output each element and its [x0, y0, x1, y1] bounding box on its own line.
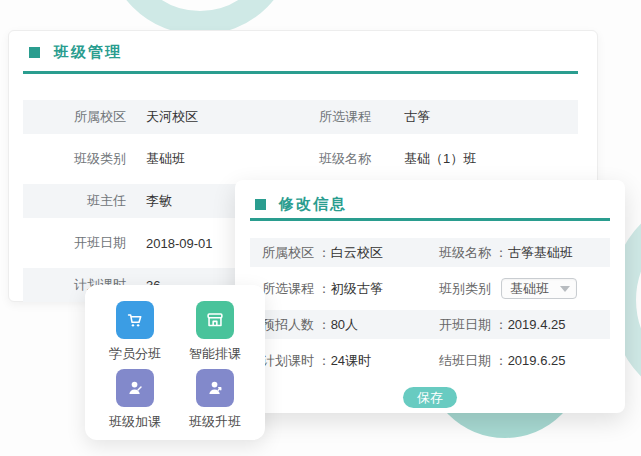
person-up-icon [196, 369, 234, 407]
dialog-title: 修改信息 [279, 195, 347, 214]
edit-rows: 所属校区 ： 白云校区 班级名称 ： 古筝基础班 所选课程 ： 初级古筝 班别类… [250, 238, 610, 375]
field-value: 白云校区 [331, 244, 383, 262]
select-value: 基础班 [510, 280, 549, 298]
info-row-category: 班级类别 基础班 班级名称 基础（1）班 [23, 142, 578, 176]
title-underline [250, 218, 610, 221]
field-value: 天河校区 [126, 108, 319, 126]
store-icon [196, 301, 234, 339]
title-bullet-icon [255, 199, 266, 210]
edit-row-hours-enddate: 计划课时 ： 24课时 结班日期 ： 2019.6.25 [250, 346, 610, 375]
field-label: 所属校区 ： [262, 244, 331, 262]
field-label: 所选课程 ： [262, 280, 331, 298]
title-underline [23, 71, 578, 74]
field-label: 班级类别 [23, 150, 126, 168]
action-label: 学员分班 [109, 345, 161, 363]
edit-info-dialog: 修改信息 所属校区 ： 白云校区 班级名称 ： 古筝基础班 所选课程 ： 初级古… [235, 180, 625, 413]
action-class-promote[interactable]: 班级升班 [175, 369, 255, 431]
field-label: 班级名称 [319, 150, 404, 168]
field-label: 计划课时 ： [262, 352, 331, 370]
title-bullet-icon [29, 47, 40, 58]
field-value: 基础班 [126, 150, 319, 168]
edit-row-course-category: 所选课程 ： 初级古筝 班别类别 基础班 [250, 274, 610, 303]
quick-actions-panel: 学员分班 智能排课 班级加课 [85, 285, 265, 440]
chevron-down-icon [560, 286, 570, 292]
field-label: 开班日期 ： [439, 316, 508, 334]
action-student-assign[interactable]: 学员分班 [95, 301, 175, 363]
field-label: 班主任 [23, 192, 126, 210]
page: 班级管理 所属校区 天河校区 所选课程 古筝 班级类别 基础班 班级名称 基础（… [0, 0, 641, 456]
class-category-select[interactable]: 基础班 [501, 278, 577, 299]
panel-header: 修改信息 [235, 180, 625, 214]
cart-icon [116, 301, 154, 339]
field-value: 2019.6.25 [508, 353, 566, 368]
person-edit-icon [116, 369, 154, 407]
field-label: 开班日期 [23, 234, 126, 252]
save-button[interactable]: 保存 [403, 387, 457, 408]
field-value: 24课时 [331, 352, 371, 370]
action-label: 班级升班 [189, 413, 241, 431]
field-label: 结班日期 ： [439, 352, 508, 370]
field-label: 预招人数 ： [262, 316, 331, 334]
info-row-campus: 所属校区 天河校区 所选课程 古筝 [23, 100, 578, 134]
field-value: 古筝 [404, 108, 578, 126]
field-label: 班别类别 [439, 280, 491, 298]
action-add-lesson[interactable]: 班级加课 [95, 369, 175, 431]
page-title: 班级管理 [54, 43, 122, 62]
panel-header: 班级管理 [9, 31, 597, 62]
action-label: 班级加课 [109, 413, 161, 431]
edit-row-campus-name: 所属校区 ： 白云校区 班级名称 ： 古筝基础班 [250, 238, 610, 267]
field-value: 基础（1）班 [404, 150, 578, 168]
field-value: 2019.4.25 [508, 317, 566, 332]
field-label: 班级名称 ： [439, 244, 508, 262]
field-label: 所选课程 [319, 108, 404, 126]
action-label: 智能排课 [189, 345, 241, 363]
field-value: 古筝基础班 [508, 244, 573, 262]
action-smart-schedule[interactable]: 智能排课 [175, 301, 255, 363]
field-value: 初级古筝 [331, 280, 383, 298]
field-label: 所属校区 [23, 108, 126, 126]
edit-row-enroll-date: 预招人数 ： 80人 开班日期 ： 2019.4.25 [250, 310, 610, 339]
field-value: 80人 [331, 316, 358, 334]
